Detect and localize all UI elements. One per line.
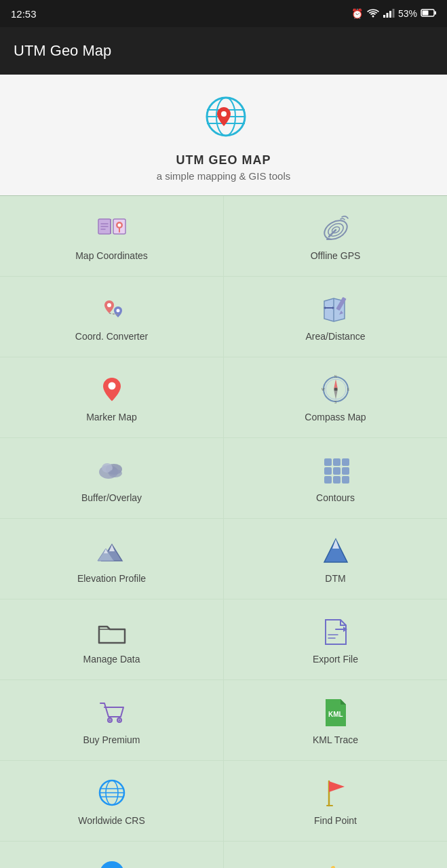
dtm-icon [319, 534, 353, 568]
svg-rect-3 [389, 11, 391, 18]
grid-item-marker-map[interactable]: Marker Map [0, 357, 223, 437]
rate-us-icon [319, 856, 353, 868]
grid-item-find-point[interactable]: Find Point [224, 761, 447, 841]
wifi-icon [367, 8, 379, 20]
app-title: UTM Geo Map [14, 42, 111, 60]
export-file-label: Export File [313, 654, 358, 665]
svg-point-27 [107, 303, 111, 307]
svg-rect-57 [333, 476, 341, 484]
svg-point-49 [109, 469, 122, 477]
compass-map-label: Compass Map [305, 412, 366, 422]
svg-rect-6 [435, 12, 437, 15]
app-logo [197, 91, 251, 145]
grid-item-worldwide-crs[interactable]: Worldwide CRS [0, 761, 223, 841]
grid-item-coord-converter[interactable]: Coord. Converter [0, 277, 223, 357]
menu-grid: Map Coordinates Offline GPS [0, 195, 447, 868]
grid-item-compass-map[interactable]: N S W E Compass Map [224, 357, 447, 437]
find-point-icon [319, 776, 353, 810]
kml-trace-icon: KML [319, 695, 353, 729]
svg-rect-51 [333, 458, 341, 466]
alarm-icon: ⏰ [351, 8, 363, 19]
elevation-profile-label: Elevation Profile [77, 573, 146, 584]
svg-point-0 [372, 15, 374, 17]
svg-text:W: W [322, 387, 325, 391]
grid-item-contours[interactable]: Contours [224, 438, 447, 518]
status-time: 12:53 [11, 8, 37, 20]
svg-rect-1 [383, 15, 385, 18]
svg-rect-54 [333, 467, 341, 475]
manage-data-icon [95, 614, 129, 648]
dtm-label: DTM [325, 573, 345, 584]
svg-point-28 [116, 309, 119, 313]
compass-map-icon: N S W E [319, 372, 353, 406]
svg-rect-53 [324, 467, 332, 475]
manage-data-label: Manage Data [83, 654, 140, 665]
app-subtitle: a simple mapping & GIS tools [157, 170, 291, 182]
buffer-overlay-icon [95, 453, 129, 487]
grid-item-buffer-overlay[interactable]: Buffer/Overlay [0, 438, 223, 518]
svg-point-18 [117, 224, 121, 227]
marker-map-icon [95, 372, 129, 406]
elevation-profile-icon [95, 534, 129, 568]
grid-item-rate-us[interactable]: Rate Us [224, 842, 447, 868]
app-name: UTM GEO MAP [176, 153, 271, 167]
svg-point-36 [108, 382, 115, 390]
find-point-label: Find Point [314, 815, 357, 826]
offline-gps-icon [319, 211, 353, 245]
grid-item-offline-gps[interactable]: Offline GPS [224, 196, 447, 276]
contours-icon [319, 453, 353, 487]
kml-trace-label: KML Trace [313, 734, 358, 745]
svg-rect-55 [342, 467, 349, 475]
svg-point-41 [334, 388, 337, 391]
signal-icon [383, 8, 394, 20]
svg-text:E: E [347, 387, 350, 391]
marker-map-label: Marker Map [86, 412, 137, 422]
svg-point-13 [221, 111, 227, 117]
area-distance-label: Area/Distance [306, 331, 366, 342]
svg-text:KML: KML [328, 711, 343, 718]
help-icon: ? [95, 856, 129, 868]
grid-item-dtm[interactable]: DTM [224, 519, 447, 599]
buffer-overlay-label: Buffer/Overlay [81, 492, 142, 503]
offline-gps-label: Offline GPS [311, 250, 361, 261]
svg-rect-52 [342, 458, 349, 466]
grid-item-elevation-profile[interactable]: Elevation Profile [0, 519, 223, 599]
grid-item-area-distance[interactable]: Area/Distance [224, 277, 447, 357]
app-bar: UTM Geo Map [0, 27, 447, 75]
svg-text:S: S [334, 400, 337, 404]
export-file-icon [319, 614, 353, 648]
grid-item-manage-data[interactable]: Manage Data [0, 599, 223, 679]
svg-rect-56 [324, 476, 332, 484]
svg-rect-2 [386, 13, 388, 18]
coord-converter-label: Coord. Converter [75, 331, 148, 342]
header-section: UTM GEO MAP a simple mapping & GIS tools [0, 75, 447, 195]
grid-item-buy-premium[interactable]: Buy Premium [0, 680, 223, 760]
map-coordinates-icon [95, 211, 129, 245]
svg-rect-58 [342, 476, 349, 484]
worldwide-crs-icon [95, 776, 129, 810]
svg-text:N: N [334, 374, 337, 378]
battery-icon [421, 8, 436, 19]
svg-rect-4 [392, 9, 394, 18]
svg-rect-7 [423, 11, 429, 16]
svg-point-71 [109, 719, 111, 722]
buy-premium-label: Buy Premium [83, 734, 140, 745]
grid-item-export-file[interactable]: Export File [224, 599, 447, 679]
area-distance-icon [319, 292, 353, 326]
svg-rect-50 [324, 458, 332, 466]
status-icons: ⏰ 53% [351, 8, 436, 20]
contours-label: Contours [316, 492, 355, 503]
map-coordinates-label: Map Coordinates [75, 250, 148, 261]
svg-point-72 [118, 719, 120, 722]
buy-premium-icon [95, 695, 129, 729]
grid-item-help[interactable]: ? Help [0, 842, 223, 868]
grid-item-map-coordinates[interactable]: Map Coordinates [0, 196, 223, 276]
grid-item-kml-trace[interactable]: KML KML Trace [224, 680, 447, 760]
worldwide-crs-label: Worldwide CRS [78, 815, 145, 826]
coord-converter-icon [95, 292, 129, 326]
status-bar: 12:53 ⏰ 53% [0, 0, 447, 27]
battery-text: 53% [398, 8, 417, 19]
